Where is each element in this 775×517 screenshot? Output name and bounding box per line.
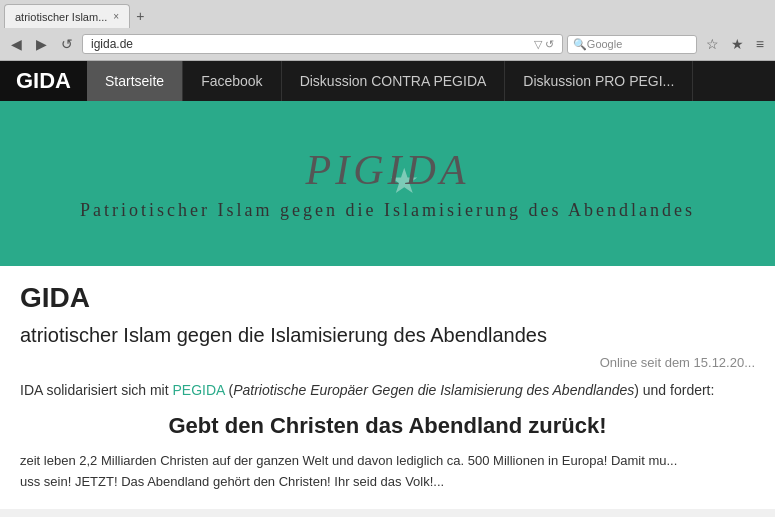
menu-icon[interactable]: ≡ <box>751 34 769 54</box>
nav-item-startseite[interactable]: Startseite <box>87 61 183 101</box>
search-box[interactable]: 🔍 Google <box>567 35 697 54</box>
tab-title: atriotischer Islam... <box>15 11 107 23</box>
website: GIDA Startseite Facebook Diskussion CONT… <box>0 61 775 509</box>
pegida-link[interactable]: PEGIDA <box>172 382 224 398</box>
body-text-2: uss sein! JETZT! Das Abendland gehört de… <box>20 472 755 493</box>
browser-chrome: atriotischer Islam... × + ◀ ▶ ↺ igida.de… <box>0 0 775 61</box>
star-icon[interactable]: ★ <box>726 34 749 54</box>
address-bar[interactable]: igida.de ▽ ↺ <box>82 34 563 54</box>
new-tab-button[interactable]: + <box>130 8 150 24</box>
site-logo: GIDA <box>0 61 87 101</box>
bookmarks-icon[interactable]: ☆ <box>701 34 724 54</box>
intro-italic: Patriotische Europäer Gegen die Islamisi… <box>233 382 634 398</box>
back-button[interactable]: ◀ <box>6 34 27 54</box>
nav-items: Startseite Facebook Diskussion CONTRA PE… <box>87 61 693 101</box>
active-tab[interactable]: atriotischer Islam... × <box>4 4 130 28</box>
site-navigation: GIDA Startseite Facebook Diskussion CONT… <box>0 61 775 101</box>
main-content: GIDA atriotischer Islam gegen die Islami… <box>0 266 775 509</box>
address-text: igida.de <box>91 37 133 51</box>
tab-close-button[interactable]: × <box>113 11 119 22</box>
reload-button[interactable]: ↺ <box>56 34 78 54</box>
intro-suffix: ) und fordert: <box>634 382 714 398</box>
hero-title: PIGIDA <box>306 146 470 194</box>
online-since: Online seit dem 15.12.20... <box>20 355 755 370</box>
page-heading: GIDA <box>20 282 755 314</box>
call-to-action: Gebt den Christen das Abendland zurück! <box>20 413 755 439</box>
search-engine-label: Google <box>587 38 622 50</box>
nav-item-facebook[interactable]: Facebook <box>183 61 281 101</box>
ssl-icon: ▽ ↺ <box>534 38 554 51</box>
browser-action-buttons: ☆ ★ ≡ <box>701 34 769 54</box>
tab-bar: atriotischer Islam... × + <box>0 0 775 28</box>
nav-item-diskussion-pro[interactable]: Diskussion PRO PEGI... <box>505 61 693 101</box>
intro-text: IDA solidarisiert sich mit PEGIDA (Patri… <box>20 380 755 401</box>
forward-button[interactable]: ▶ <box>31 34 52 54</box>
body-text-1: zeit leben 2,2 Milliarden Christen auf d… <box>20 451 755 472</box>
nav-item-diskussion-contra[interactable]: Diskussion CONTRA PEGIDA <box>282 61 506 101</box>
address-bar-icons: ▽ ↺ <box>534 38 554 51</box>
hero-banner: PIGIDA Patriotischer Islam gegen die Isl… <box>0 101 775 266</box>
hero-subtitle: Patriotischer Islam gegen die Islamisier… <box>80 200 695 221</box>
search-engine-icon: 🔍 <box>573 38 587 51</box>
page-subheading: atriotischer Islam gegen die Islamisieru… <box>20 324 755 347</box>
intro-prefix: IDA solidarisiert sich mit <box>20 382 172 398</box>
address-bar-row: ◀ ▶ ↺ igida.de ▽ ↺ 🔍 Google ☆ ★ ≡ <box>0 28 775 60</box>
